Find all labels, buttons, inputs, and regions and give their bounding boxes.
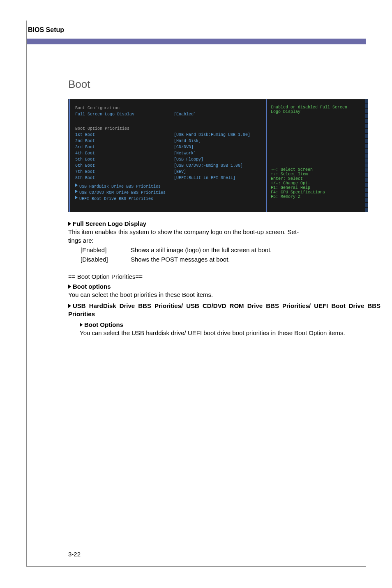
bios-logo-label[interactable]: Full Screen Logo Display (75, 111, 174, 117)
bios-boot-item[interactable]: 2nd Boot (75, 138, 174, 144)
bios-help-line: Enabled or disabled Full Screen (271, 105, 364, 110)
options-table: [Enabled]Shows a still image (logo) on t… (80, 245, 273, 264)
arrow-icon (75, 190, 78, 193)
triangle-icon (68, 285, 71, 289)
bios-boot-item[interactable]: 5th Boot (75, 156, 174, 163)
bios-help-line: Logo Display (271, 110, 364, 114)
bios-key-hint: →←: Select Screen (271, 168, 364, 172)
bios-priorities-header: Boot Option Priorities (75, 126, 129, 132)
bios-key-hint: F5: Memory-Z (271, 195, 364, 199)
bios-boot-value[interactable]: [USB Hard Disk:Fuming USB 1.00] (174, 132, 250, 138)
opt-label: [Enabled] (81, 246, 130, 254)
bios-key-hint: ↑↓: Select Item (271, 172, 364, 177)
subheading: Boot Options (84, 321, 123, 328)
paragraph: This item enables this system to show th… (68, 228, 380, 236)
bios-boot-item[interactable]: 6th Boot (75, 163, 174, 169)
bios-screenshot: Boot Configuration Full Screen Logo Disp… (68, 99, 368, 212)
scrollbar[interactable] (365, 99, 368, 212)
opt-desc: Shows a still image (logo) on the full s… (131, 246, 272, 254)
section-marker: == Boot Option Priorities== (68, 273, 380, 281)
page-frame: Boot Boot Configuration Full Screen Logo… (26, 21, 366, 567)
arrow-icon (75, 196, 78, 199)
bios-boot-item[interactable]: 4th Boot (75, 150, 174, 156)
bios-key-hint: +/-: Change Opt. (271, 181, 364, 186)
opt-desc: Shows the POST messages at boot. (131, 255, 272, 264)
paragraph: tings are: (68, 237, 380, 245)
subheading: USB HardDisk Drive BBS Priorities/ USB C… (68, 302, 380, 317)
paragraph: You can select the boot priorities in th… (68, 291, 380, 299)
page-number: 3-22 (68, 551, 81, 558)
bios-boot-value[interactable]: [UEFI:Built-in EFI Shell] (174, 175, 235, 181)
arrow-icon (75, 184, 78, 187)
bios-boot-value[interactable]: [BEV] (174, 169, 186, 175)
opt-label: [Disabled] (81, 255, 130, 264)
paragraph: You can select the USB harddisk drive/ U… (80, 329, 380, 337)
bios-boot-value[interactable]: [USB Floppy] (174, 156, 203, 163)
bios-logo-value[interactable]: [Enabled] (174, 111, 196, 117)
bios-boot-item[interactable]: 7th Boot (75, 169, 174, 175)
bios-boot-item[interactable]: 3rd Boot (75, 144, 174, 150)
bios-submenu[interactable]: USB CD/DVD ROM Drive BBS Priorities (79, 190, 166, 196)
bios-boot-value[interactable]: [CD/DVD] (174, 144, 194, 150)
bios-key-hint: F4: CPU Specifications (271, 190, 364, 195)
subheading: Full Screen Logo Display (73, 220, 146, 227)
section-title: Boot (68, 78, 380, 91)
bios-submenu[interactable]: UEFI Boot Drive BBS Priorities (79, 196, 153, 202)
bios-boot-value[interactable]: [USB CD/DVD:Fuming USB 1.00] (174, 163, 243, 169)
bios-config-header: Boot Configuration (75, 105, 174, 111)
triangle-icon (80, 323, 83, 327)
bios-boot-value[interactable]: [Hard Disk] (174, 138, 201, 144)
triangle-icon (68, 304, 71, 308)
bios-key-hint: F1: General Help (271, 186, 364, 190)
subheading: Boot options (73, 283, 111, 290)
triangle-icon (68, 222, 71, 226)
bios-boot-item[interactable]: 1st Boot (75, 132, 174, 138)
bios-key-hint: Enter: Select (271, 177, 364, 181)
bios-submenu[interactable]: USB HardDisk Drive BBS Priorities (79, 184, 161, 190)
bios-boot-value[interactable]: [Network] (174, 150, 196, 156)
bios-boot-item[interactable]: 8th Boot (75, 175, 174, 181)
